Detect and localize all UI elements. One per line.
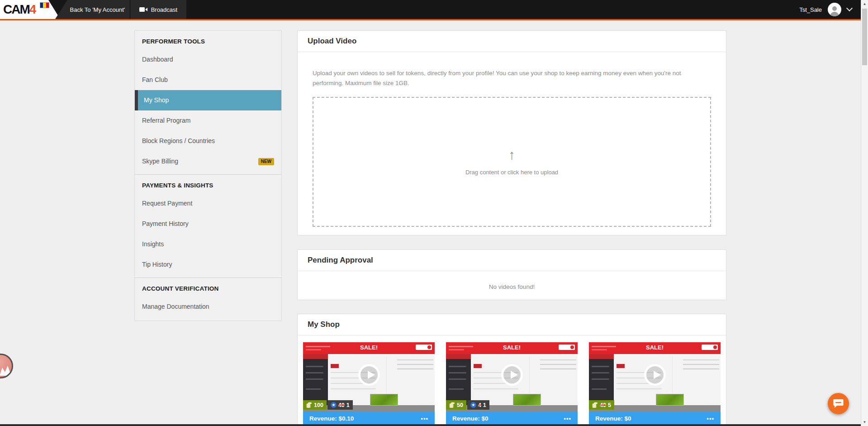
coin-value: 100 (314, 402, 323, 408)
coin-value: 50 (457, 402, 463, 408)
no-videos-message: No videos found! (298, 271, 726, 302)
video-thumbnail[interactable]: 100 ★ 40 1 (303, 354, 435, 412)
thumbnail-screen-capture (656, 394, 683, 406)
sidebar: PERFORMER TOOLS Dashboard Fan Club My Sh… (134, 30, 282, 321)
sidebar-item-my-shop[interactable]: My Shop (135, 90, 281, 110)
token-chip-icon: ★ (470, 402, 476, 408)
sidebar-item-manage-documentation[interactable]: Manage Documentation (135, 297, 281, 317)
my-shop-title: My Shop (298, 314, 726, 335)
token-count-badge: 100 (303, 400, 327, 410)
video-card[interactable]: SALE! 50 ★ 4 1 (446, 342, 578, 425)
revenue-label: Revenue: $0 (452, 415, 489, 422)
old-price: 4 (478, 402, 481, 408)
chat-support-button[interactable] (828, 393, 849, 414)
cam4-logo[interactable]: CAM4 (0, 0, 60, 19)
card-menu-button[interactable]: ••• (421, 415, 428, 422)
chat-bubble-icon (833, 399, 844, 408)
logo-text: CAM4 (0, 0, 35, 19)
token-price-badge: ★ 40 1 (327, 400, 353, 410)
card-menu-button[interactable]: ••• (564, 415, 571, 422)
nav-panel: Back To 'My Account' Broadcast (55, 0, 186, 19)
dropzone-label: Drag content or click here to upload (465, 169, 558, 176)
sidebar-header-account-verification: ACCOUNT VERIFICATION (135, 278, 281, 297)
chevron-down-icon[interactable] (846, 5, 853, 11)
sidebar-item-tip-history[interactable]: Tip History (135, 254, 281, 275)
play-icon[interactable] (644, 364, 666, 386)
video-thumbnail[interactable]: 40 5 (589, 354, 721, 412)
token-price-badge: ★ 4 1 (467, 400, 489, 410)
revenue-bar: Revenue: $0 ••• (589, 412, 721, 425)
new-badge: NEW (258, 158, 274, 165)
coins-icon (592, 402, 598, 408)
sidebar-item-dashboard[interactable]: Dashboard (135, 49, 281, 70)
upload-dropzone[interactable]: ↑ Drag content or click here to upload (313, 97, 711, 227)
skype-billing-label: Skype Billing (142, 158, 178, 165)
video-camera-icon (139, 7, 147, 12)
vertical-scrollbar[interactable]: ▲ ▼ (861, 0, 868, 426)
sidebar-item-request-payment[interactable]: Request Payment (135, 193, 281, 214)
sale-label: SALE! (446, 344, 578, 351)
sale-label: SALE! (589, 344, 721, 351)
top-navigation-bar: CAM4 Back To 'My Account' Broadcast Tst_… (0, 0, 861, 20)
pending-approval-title: Pending Approval (298, 250, 726, 271)
sale-banner: SALE! (589, 342, 721, 354)
sidebar-item-insights[interactable]: Insights (135, 234, 281, 254)
sale-price: 1 (346, 402, 350, 408)
video-thumbnail[interactable]: 50 ★ 4 1 (446, 354, 578, 412)
revenue-bar: Revenue: $0 ••• (446, 412, 578, 425)
sale-price: 1 (483, 402, 486, 408)
token-count-badge: 50 (446, 400, 466, 410)
scroll-down-button[interactable]: ▼ (861, 418, 868, 426)
thumbnail-screen-capture (370, 394, 398, 406)
sale-banner: SALE! (446, 342, 578, 354)
my-shop-panel: My Shop SALE! 100 (297, 314, 726, 426)
sidebar-item-payment-history[interactable]: Payment History (135, 214, 281, 234)
sidebar-item-fan-club[interactable]: Fan Club (135, 70, 281, 90)
revenue-label: Revenue: $0.10 (309, 415, 354, 422)
card-menu-button[interactable]: ••• (707, 415, 714, 422)
play-icon[interactable] (358, 364, 380, 386)
pending-approval-panel: Pending Approval No videos found! (297, 249, 726, 300)
upload-video-title: Upload Video (298, 31, 726, 52)
upload-description: Upload your own videos to sell for token… (313, 68, 711, 89)
username-label: Tst_Sale (799, 6, 822, 13)
sidebar-header-performer-tools: PERFORMER TOOLS (135, 31, 281, 49)
sidebar-item-block-regions[interactable]: Block Regions / Countries (135, 131, 281, 151)
revenue-bar: Revenue: $0.10 ••• (303, 412, 435, 425)
bottom-bar (0, 424, 861, 426)
sidebar-header-payments-insights: PAYMENTS & INSIGHTS (135, 175, 281, 193)
revenue-label: Revenue: $0 (595, 415, 631, 422)
token-count-badge: 40 5 (589, 400, 614, 410)
video-card[interactable]: SALE! 40 5 Revenue: $0 ••• (589, 342, 721, 425)
back-to-my-account-link[interactable]: Back To 'My Account' (55, 0, 130, 19)
play-icon[interactable] (501, 364, 523, 386)
romania-flag-icon (40, 2, 49, 8)
scroll-up-button[interactable]: ▲ (861, 0, 868, 8)
sale-banner: SALE! (303, 342, 435, 354)
upload-arrow-icon: ↑ (508, 148, 515, 162)
old-price: 40 (600, 402, 606, 408)
cam4-side-widget[interactable] (0, 354, 13, 378)
broadcast-label: Broadcast (151, 6, 178, 13)
back-link-label: Back To 'My Account' (70, 6, 125, 13)
sale-price: 5 (608, 402, 611, 408)
token-chip-icon: ★ (331, 402, 337, 408)
avatar[interactable] (828, 3, 841, 16)
sidebar-item-referral-program[interactable]: Referral Program (135, 110, 281, 131)
sidebar-item-skype-billing[interactable]: Skype Billing NEW (135, 151, 281, 172)
old-price: 40 (338, 402, 345, 408)
video-card[interactable]: SALE! 100 ★ 40 1 (303, 342, 435, 425)
broadcast-button[interactable]: Broadcast (130, 0, 186, 19)
upload-video-panel: Upload Video Upload your own videos to s… (297, 30, 726, 235)
sale-label: SALE! (303, 344, 435, 351)
scrollbar-thumb[interactable] (862, 9, 867, 65)
coins-icon (306, 402, 312, 408)
thumbnail-screen-capture (513, 394, 541, 406)
coins-icon (449, 402, 455, 408)
